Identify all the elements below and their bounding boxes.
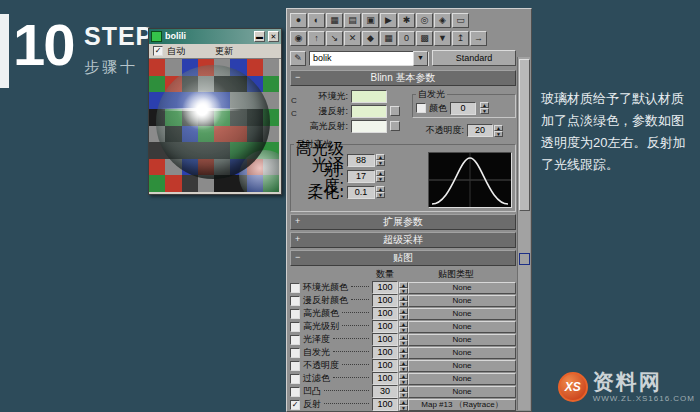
map-slot-button[interactable]: None	[408, 386, 516, 398]
assign-material-icon[interactable]: ↘	[326, 31, 343, 46]
map-enable-checkbox[interactable]: ✓	[290, 335, 300, 345]
map-slot-button[interactable]: None	[408, 282, 516, 294]
make-unique-icon[interactable]: ◆	[362, 31, 379, 46]
update-menu-item[interactable]: 更新	[215, 45, 233, 58]
rollout-maps-label: 贴图	[393, 251, 413, 265]
backlight-icon[interactable]: ◐	[308, 13, 325, 28]
selfillum-value-field[interactable]: 0	[450, 102, 476, 115]
panel-scrollbar[interactable]	[517, 57, 530, 410]
map-enable-checkbox[interactable]: ✓	[290, 361, 300, 371]
video-color-check-icon[interactable]: ▣	[362, 13, 379, 28]
pick-material-eyedropper-icon[interactable]: ✎	[290, 51, 306, 66]
make-preview-icon[interactable]: ▶	[380, 13, 397, 28]
lock-diffuse-specular-icon[interactable]: Ϲ	[291, 109, 297, 118]
map-amount-field[interactable]: 100	[372, 346, 398, 359]
map-amount-spinner[interactable]: ▲▼	[399, 321, 408, 333]
map-enable-checkbox[interactable]: ✓	[290, 348, 300, 358]
sample-tiling-icon[interactable]: ▤	[344, 13, 361, 28]
map-amount-field[interactable]: 100	[372, 307, 398, 320]
ambient-color-swatch[interactable]	[351, 90, 387, 103]
soften-field[interactable]: 0.1	[347, 186, 375, 199]
close-button[interactable]: ✕	[268, 31, 279, 42]
map-enable-checkbox[interactable]: ✓	[290, 309, 300, 319]
map-amount-spinner[interactable]: ▲▼	[399, 347, 408, 359]
rollout-expand-icon: +	[295, 215, 300, 228]
map-enable-checkbox[interactable]: ✓	[290, 322, 300, 332]
map-amount-field[interactable]: 100	[372, 320, 398, 333]
background-icon[interactable]: ▦	[326, 13, 343, 28]
ambient-label: 环境光:	[300, 90, 348, 103]
select-by-material-icon[interactable]: ◎	[416, 13, 433, 28]
map-slot-button[interactable]: None	[408, 295, 516, 307]
glossiness-spinner[interactable]: ▲▼	[376, 170, 385, 182]
preview-menu-bar: ✓ 自动 更新	[149, 44, 281, 59]
map-slot-button[interactable]: None	[408, 373, 516, 385]
map-slot-button[interactable]: None	[408, 334, 516, 346]
specular-color-swatch[interactable]	[351, 120, 387, 133]
map-amount-spinner[interactable]: ▲▼	[399, 386, 408, 398]
opacity-spinner[interactable]: ▲▼	[494, 125, 503, 137]
tutorial-caption: 玻璃材质给予了默认材质 加了点淡绿色，参数如图 透明度为20左右。反射加 了光线…	[541, 88, 695, 176]
scrollbar-thumb[interactable]	[519, 59, 530, 211]
map-amount-spinner[interactable]: ▲▼	[399, 399, 408, 411]
options-icon[interactable]: ✱	[398, 13, 415, 28]
map-enable-checkbox[interactable]: ✓	[290, 283, 300, 293]
show-end-result-icon[interactable]: ▼	[434, 31, 451, 46]
specular-map-shortcut-button[interactable]	[390, 121, 400, 131]
soften-spinner[interactable]: ▲▼	[376, 186, 385, 198]
material-map-navigator-icon[interactable]: ◈	[434, 13, 451, 28]
sample-window-icon[interactable]: ▭	[452, 13, 469, 28]
map-amount-field[interactable]: 100	[372, 372, 398, 385]
map-amount-spinner[interactable]: ▲▼	[399, 282, 408, 294]
put-to-scene-icon[interactable]: ↑	[308, 31, 325, 46]
map-slot-button[interactable]: None	[408, 308, 516, 320]
auto-checkbox[interactable]: ✓	[153, 46, 163, 56]
show-map-icon[interactable]: ▩	[416, 31, 433, 46]
map-amount-spinner[interactable]: ▲▼	[399, 295, 408, 307]
lock-ambient-diffuse-icon[interactable]: Ϲ	[291, 96, 297, 105]
go-parent-icon[interactable]: ↥	[452, 31, 469, 46]
map-amount-spinner[interactable]: ▲▼	[399, 360, 408, 372]
reset-map-icon[interactable]: ✕	[344, 31, 361, 46]
map-amount-field[interactable]: 30	[372, 385, 398, 398]
map-slot-button[interactable]: None	[408, 321, 516, 333]
map-slot-button[interactable]: None	[408, 360, 516, 372]
get-material-icon[interactable]: ◉	[290, 31, 307, 46]
map-enable-checkbox[interactable]: ✓	[290, 387, 300, 397]
specular-level-spinner[interactable]: ▲▼	[376, 154, 385, 166]
put-to-library-icon[interactable]: ▦	[380, 31, 397, 46]
diffuse-map-shortcut-button[interactable]	[390, 106, 400, 116]
material-type-button[interactable]: Standard	[432, 50, 516, 66]
selfillum-spinner[interactable]: ▲▼	[480, 102, 489, 114]
map-slot-button[interactable]: Map #13 （Raytrace）	[408, 399, 516, 411]
glossiness-field[interactable]: 17	[347, 170, 375, 183]
minimize-button[interactable]: ▬	[254, 31, 265, 42]
map-amount-field[interactable]: 100	[372, 281, 398, 294]
material-name-combo[interactable]: bolik ▼	[309, 51, 429, 66]
rollout-extended-parameters[interactable]: + 扩展参数	[290, 214, 516, 230]
map-amount-field[interactable]: 100	[372, 359, 398, 372]
map-amount-field[interactable]: 100	[372, 294, 398, 307]
checker-cell	[263, 59, 279, 76]
diffuse-color-swatch[interactable]	[351, 105, 387, 118]
chevron-down-icon[interactable]: ▼	[413, 51, 428, 66]
map-amount-spinner[interactable]: ▲▼	[399, 308, 408, 320]
map-amount-field[interactable]: 100	[372, 398, 398, 411]
sample-type-sphere-icon[interactable]: ●	[290, 13, 307, 28]
map-slot-button[interactable]: None	[408, 347, 516, 359]
opacity-value-field[interactable]: 20	[467, 124, 493, 137]
rollout-maps[interactable]: − 贴图	[290, 250, 516, 266]
go-sibling-icon[interactable]: →	[470, 31, 487, 46]
material-id-icon[interactable]: 0	[398, 31, 415, 46]
preview-title-bar[interactable]: bolili ▬ ✕	[149, 29, 281, 44]
map-amount-spinner[interactable]: ▲▼	[399, 373, 408, 385]
map-amount-field[interactable]: 100	[372, 333, 398, 346]
map-enable-checkbox[interactable]: ✓	[290, 374, 300, 384]
map-enable-checkbox[interactable]: ✓	[290, 400, 300, 410]
rollout-supersampling[interactable]: + 超级采样	[290, 232, 516, 248]
map-amount-spinner[interactable]: ▲▼	[399, 334, 408, 346]
rollout-blinn-basic[interactable]: − Blinn 基本参数	[290, 70, 516, 86]
selfillum-color-checkbox[interactable]	[416, 103, 426, 113]
specular-level-field[interactable]: 88	[347, 154, 375, 167]
map-enable-checkbox[interactable]: ✓	[290, 296, 300, 306]
